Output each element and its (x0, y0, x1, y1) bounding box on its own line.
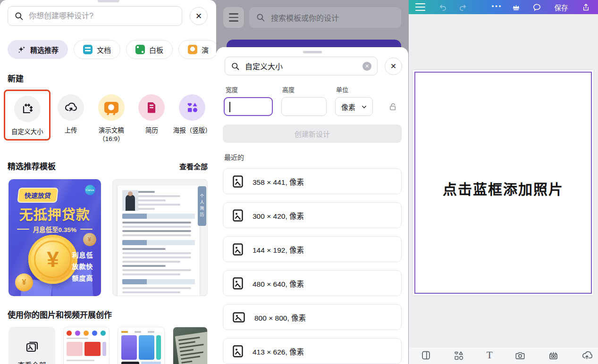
media-cards: 查看全部 (0, 327, 216, 364)
poster-features: 利息低 放款快 额度高 (72, 249, 93, 284)
close-panel-button[interactable]: ✕ (190, 7, 208, 25)
save-button[interactable]: 保存 (552, 0, 571, 14)
menu-button[interactable] (414, 0, 426, 14)
option-label: 海报（竖版） (173, 126, 211, 135)
recent-size-item[interactable]: 358 × 441, 像素 (223, 168, 402, 194)
comments-button[interactable] (531, 0, 543, 14)
create-design-button[interactable]: 创建新设计 (223, 124, 402, 143)
media-thumbnail[interactable] (118, 327, 165, 364)
templates-see-all-link[interactable]: 查看全部 (179, 161, 208, 171)
resume-photo (122, 190, 138, 211)
layout-icon (421, 350, 431, 360)
text-tool-icon: T (487, 350, 493, 360)
templates-section-title: 精选推荐模板 (8, 160, 56, 172)
template-search-dimmed[interactable]: 搜索模板或你的设计 (249, 7, 401, 28)
option-sublabel: （16:9） (99, 135, 124, 143)
unit-select[interactable]: 像素 (335, 97, 373, 116)
tab-whiteboard[interactable]: 白板 (126, 40, 173, 59)
option-label: 简历 (145, 126, 158, 135)
recent-size-item[interactable]: 480 × 640, 像素 (223, 270, 402, 296)
unit-value: 像素 (341, 102, 355, 112)
resume-option[interactable]: 简历 (132, 90, 172, 138)
text-caret (229, 102, 230, 112)
height-input[interactable] (281, 97, 327, 116)
presentation-icon (104, 102, 118, 113)
small-coin: ¥ (83, 233, 96, 246)
custom-size-sheet: 自定义大小 ✕ ✕ 宽度 高度 单位 像素 (216, 47, 408, 364)
camera-icon (515, 350, 525, 361)
recent-size-item[interactable]: 800 × 800, 像素 (223, 304, 402, 330)
close-sheet-button[interactable]: ✕ (385, 58, 402, 75)
close-icon: ✕ (195, 11, 202, 21)
text-tool-button[interactable]: T (487, 350, 493, 360)
width-label: 宽度 (226, 85, 282, 94)
poster-portrait-option[interactable]: 海报（竖版） (172, 90, 212, 138)
size-search-value: 自定义大小 (245, 60, 357, 72)
landscape-image-icon (233, 312, 245, 323)
unit-label: 单位 (336, 85, 348, 94)
pro-crown-button[interactable] (510, 0, 522, 14)
editor-bottom-toolbar: T (409, 347, 598, 364)
width-input[interactable] (224, 97, 273, 116)
recent-title: 最近的 (224, 152, 408, 162)
tab-label: 精选推荐 (30, 45, 59, 55)
recent-size-item[interactable]: 144 × 192, 像素 (223, 236, 402, 262)
poster-title: 无抵押贷款 (8, 204, 101, 223)
clear-search-button[interactable]: ✕ (362, 62, 371, 71)
camera-roll-button[interactable] (548, 350, 559, 361)
media-thumbnail[interactable] (63, 327, 109, 364)
canva-mobile-app: ✕ 精选推荐 文档 白板 演 新建 (0, 0, 598, 364)
uploads-tool-button[interactable] (581, 350, 592, 361)
undo-button[interactable] (436, 0, 449, 14)
chat-bubble-icon (532, 3, 541, 12)
resume-sheet (118, 185, 200, 296)
shapes-icon (185, 101, 199, 114)
share-export-icon (581, 3, 590, 12)
create-design-panel: ✕ 精选推荐 文档 白板 演 新建 (0, 0, 216, 364)
redo-button[interactable] (456, 0, 469, 14)
recent-size-item[interactable]: 413 × 626, 像素 (223, 338, 402, 364)
custom-size-option[interactable]: 自定义大小 (4, 90, 51, 141)
media-see-all-card[interactable]: 查看全部 (8, 327, 55, 364)
crown-icon (512, 3, 521, 12)
camera-tool-button[interactable] (515, 350, 525, 361)
menu-button-dimmed[interactable] (223, 7, 244, 28)
loan-poster-template[interactable]: Canva 快速放贷 无抵押贷款 月息低至0.35% ¥ ¥ ¥ 利息低 放款快… (8, 179, 101, 296)
cloud-icon (581, 350, 592, 361)
doc-icon (83, 45, 93, 54)
tab-docs[interactable]: 文档 (74, 40, 120, 59)
editor-panel: ••• 保存 点击蓝框添加照片 T (409, 0, 598, 364)
more-options-button[interactable]: ••• (490, 0, 504, 14)
whiteboard-icon (135, 45, 145, 54)
undo-icon (438, 3, 447, 12)
layout-tool-button[interactable] (421, 350, 431, 360)
option-label: 自定义大小 (11, 128, 43, 136)
share-button[interactable] (580, 0, 592, 14)
redo-icon (458, 3, 467, 12)
size-search-box[interactable]: 自定义大小 ✕ (225, 57, 378, 75)
category-tabs: 精选推荐 文档 白板 演 (0, 40, 216, 59)
tab-featured[interactable]: 精选推荐 (8, 40, 68, 59)
template-cards: Canva 快速放贷 无抵押贷款 月息低至0.35% ¥ ¥ ¥ 利息低 放款快… (0, 179, 216, 296)
tab-label: 演 (202, 45, 209, 55)
height-label: 高度 (282, 85, 336, 94)
lock-ratio-button[interactable] (388, 102, 398, 112)
camera-roll-icon (548, 350, 559, 361)
media-thumbnail[interactable] (173, 327, 208, 364)
upload-option[interactable]: 上传 (51, 90, 91, 138)
portrait-image-icon (233, 209, 243, 222)
elements-tool-button[interactable] (454, 350, 464, 361)
editor-topbar: ••• 保存 (409, 0, 598, 14)
drag-handle[interactable] (98, 0, 119, 2)
presentation-169-option[interactable]: 演示文稿 （16:9） (91, 90, 132, 146)
design-page[interactable]: 点击蓝框添加照片 (413, 70, 593, 295)
design-search-box[interactable] (8, 6, 182, 26)
recent-size-item[interactable]: 300 × 420, 像素 (223, 202, 402, 228)
design-search-input[interactable] (29, 12, 176, 20)
search-icon (14, 11, 24, 21)
tab-presentation[interactable]: 演 (178, 40, 216, 59)
resume-template[interactable]: 个人简历 (112, 179, 208, 296)
recent-sizes-list: 358 × 441, 像素 300 × 420, 像素 144 × 192, 像… (223, 168, 402, 364)
media-section-title: 使用你的图片和视频开展创作 (8, 308, 209, 320)
close-icon: ✕ (390, 62, 396, 71)
